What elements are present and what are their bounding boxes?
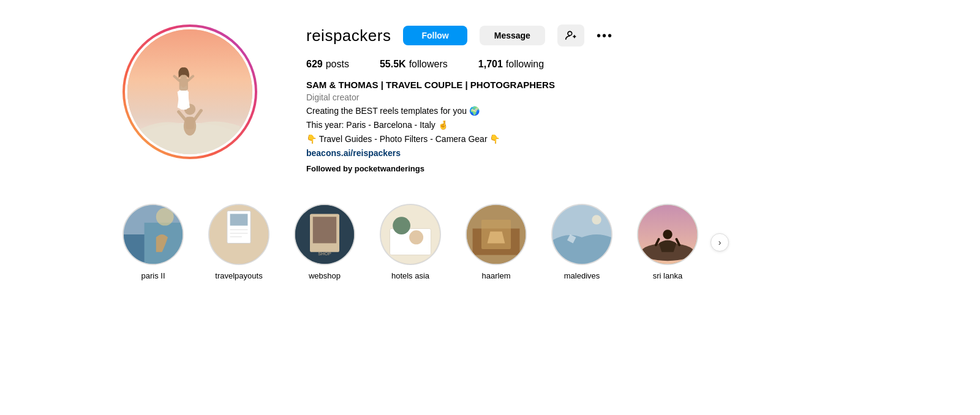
story-label: sri lanka	[653, 271, 682, 280]
add-person-icon	[565, 29, 577, 42]
svg-rect-29	[393, 217, 410, 234]
posts-stat: 629 posts	[306, 59, 349, 70]
svg-point-16	[156, 208, 174, 226]
story-label: haarlem	[482, 271, 511, 280]
profile-header: reispackers Follow Message •••	[306, 24, 931, 47]
svg-point-38	[663, 230, 672, 239]
profile-info: reispackers Follow Message ••• 629 posts…	[306, 24, 931, 173]
svg-point-10	[568, 31, 572, 36]
bio-name: SAM & THOMAS | TRAVEL COUPLE | PHOTOGRAP…	[306, 80, 931, 90]
following-count: 1,701	[478, 59, 503, 70]
story-item[interactable]: travelpayouts	[208, 204, 270, 280]
bio-link[interactable]: beacons.ai/reispackers	[306, 148, 931, 158]
story-item[interactable]: maledives	[551, 204, 612, 280]
followed-by: Followed by pocketwanderings	[306, 164, 931, 173]
story-circle	[637, 204, 698, 265]
profile-section: reispackers Follow Message ••• 629 posts…	[0, 0, 980, 192]
more-options-button[interactable]: •••	[597, 29, 613, 43]
avatar-image	[127, 29, 252, 154]
svg-rect-14	[124, 234, 147, 264]
followers-count: 55.5K	[380, 59, 406, 70]
story-circle	[551, 204, 612, 265]
avatar	[125, 27, 255, 157]
posts-label: posts	[326, 59, 349, 70]
svg-rect-19	[230, 214, 248, 225]
username: reispackers	[306, 26, 391, 45]
stories-container: paris IItravelpayoutsSHOPwebshophotels a…	[123, 204, 698, 280]
story-item[interactable]: SHOPwebshop	[294, 204, 355, 280]
following-stat[interactable]: 1,701 following	[478, 59, 544, 70]
stories-next-button[interactable]: ›	[710, 233, 729, 252]
svg-line-8	[175, 77, 179, 81]
follow-button[interactable]: Follow	[403, 26, 467, 45]
svg-line-4	[179, 112, 186, 120]
bio-line-1: Creating the BEST reels templates for yo…	[306, 105, 931, 118]
posts-count: 629	[306, 59, 323, 70]
story-item[interactable]: paris II	[123, 204, 184, 280]
story-circle	[466, 204, 527, 265]
svg-text:SHOP: SHOP	[318, 251, 331, 256]
story-circle	[380, 204, 441, 265]
bio-line-2: This year: Paris - Barcelona - Italy 🤞	[306, 119, 931, 132]
story-label: hotels asia	[391, 271, 429, 280]
story-circle: SHOP	[294, 204, 355, 265]
story-circle	[123, 204, 184, 265]
stories-section: paris IItravelpayoutsSHOPwebshophotels a…	[0, 192, 980, 293]
story-circle	[208, 204, 270, 265]
svg-rect-25	[313, 217, 336, 243]
story-label: travelpayouts	[215, 271, 262, 280]
bio-category: Digital creator	[306, 92, 931, 102]
svg-rect-28	[390, 228, 431, 255]
story-label: maledives	[564, 271, 600, 280]
followed-by-prefix: Followed by	[306, 164, 355, 173]
svg-line-5	[194, 111, 201, 120]
story-label: paris II	[141, 271, 165, 280]
followers-stat[interactable]: 55.5K followers	[380, 59, 448, 70]
story-item[interactable]: hotels asia	[380, 204, 441, 280]
svg-point-30	[409, 230, 423, 244]
followers-label: followers	[409, 59, 448, 70]
avatar-ring[interactable]	[123, 24, 257, 159]
story-item[interactable]: haarlem	[466, 204, 527, 280]
followed-by-user[interactable]: pocketwanderings	[355, 164, 424, 173]
svg-point-35	[592, 215, 601, 224]
story-item[interactable]: sri lanka	[637, 204, 698, 280]
story-label: webshop	[309, 271, 341, 280]
bio-section: SAM & THOMAS | TRAVEL COUPLE | PHOTOGRAP…	[306, 80, 931, 173]
following-label: following	[506, 59, 544, 70]
svg-rect-2	[186, 117, 194, 129]
stats-row: 629 posts 55.5K followers 1,701 followin…	[306, 59, 931, 70]
svg-rect-6	[179, 78, 188, 91]
bio-line-3: 👇 Travel Guides - Photo Filters - Camera…	[306, 133, 931, 146]
message-button[interactable]: Message	[480, 26, 545, 45]
add-person-button[interactable]	[557, 24, 584, 47]
